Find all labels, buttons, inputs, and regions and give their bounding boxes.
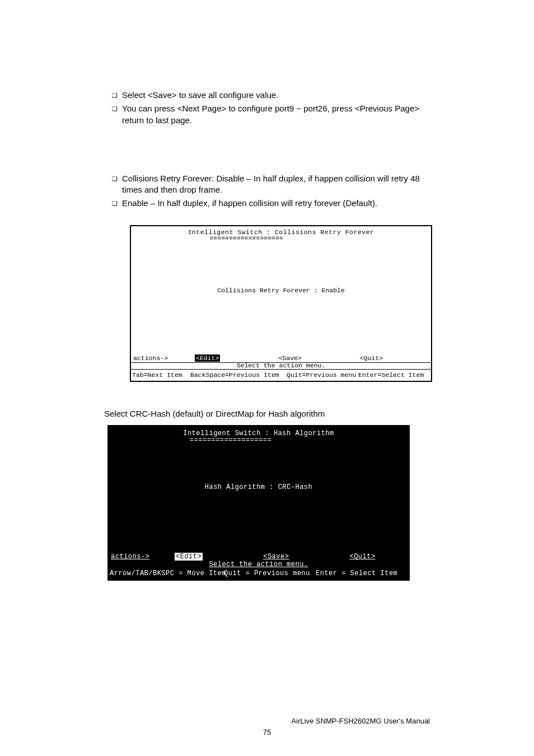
terminal-help-row: Arrow/TAB/BKSPC = Move Item Quit = Previ… <box>110 570 407 577</box>
terminal-setting-value: Collisions Retry Forever : Enable <box>131 287 431 294</box>
footer-page-number: 75 <box>0 728 534 736</box>
actions-label: actions-> <box>133 354 195 362</box>
help-backspace: BackSpace=Previous Item <box>190 371 287 379</box>
terminal-setting-value: Hash Algorithm : CRC-Hash <box>109 483 409 491</box>
bullet-text: Select <Save> to save all configure valu… <box>122 90 430 101</box>
list-item: ❑ You can press <Next Page> to configure… <box>112 103 430 126</box>
quit-action: <Quit> <box>349 553 375 561</box>
terminal-message: Select the action menu. <box>131 362 431 370</box>
bullet-icon: ❑ <box>112 199 118 208</box>
bullet-list-1: ❑ Select <Save> to save all configure va… <box>112 90 430 126</box>
help-quit: Quit=Previous menu <box>287 371 358 379</box>
terminal-title-underline: =================== <box>62 235 431 242</box>
help-move: Arrow/TAB/BKSPC = Move Item <box>110 570 224 577</box>
bullet-text: Enable – In half duplex, if happen colli… <box>122 198 430 209</box>
bullet-icon: ❑ <box>112 91 118 100</box>
bullet-list-2: ❑ Collisions Retry Forever: Disable – In… <box>112 173 430 209</box>
actions-label: actions-> <box>111 553 175 561</box>
help-enter: Enter=Select Item <box>358 371 424 379</box>
list-item: ❑ Enable – In half duplex, if happen col… <box>112 198 430 209</box>
footer-doc-title: AirLive SNMP-FSH2602MG User's Manual <box>292 717 430 725</box>
terminal-actions-row: actions-> <Edit> <Save> <Quit> <box>109 553 409 561</box>
bullet-text: Collisions Retry Forever: Disable – In h… <box>122 173 430 196</box>
terminal-message: Select the action menu. <box>109 561 409 568</box>
save-action: <Save> <box>263 553 289 561</box>
hash-algorithm-instruction: Select CRC-Hash (default) or DirectMap f… <box>104 409 430 418</box>
list-item: ❑ Select <Save> to save all configure va… <box>112 90 430 101</box>
help-enter: Enter = Select Item <box>316 570 397 577</box>
terminal-screenshot-hash: Intelligent Switch : Hash Algorithm ====… <box>107 425 410 581</box>
edit-action: <Edit> <box>175 553 203 561</box>
terminal-help-row: Tab=Next Item BackSpace=Previous Item Qu… <box>132 371 430 379</box>
list-item: ❑ Collisions Retry Forever: Disable – In… <box>112 173 430 196</box>
bullet-text: You can press <Next Page> to configure p… <box>122 103 430 126</box>
help-tab: Tab=Next Item <box>132 371 190 379</box>
bullet-icon: ❑ <box>112 105 118 113</box>
bullet-icon: ❑ <box>112 175 118 183</box>
save-action: <Save> <box>278 354 301 362</box>
edit-action: <Edit> <box>195 354 220 362</box>
quit-action: <Quit> <box>360 354 383 362</box>
terminal-title-underline: =================== <box>53 436 409 444</box>
help-quit: Quit = Previous menu <box>224 570 316 577</box>
terminal-screenshot-collisions: Intelligent Switch : Collisions Retry Fo… <box>130 225 432 382</box>
